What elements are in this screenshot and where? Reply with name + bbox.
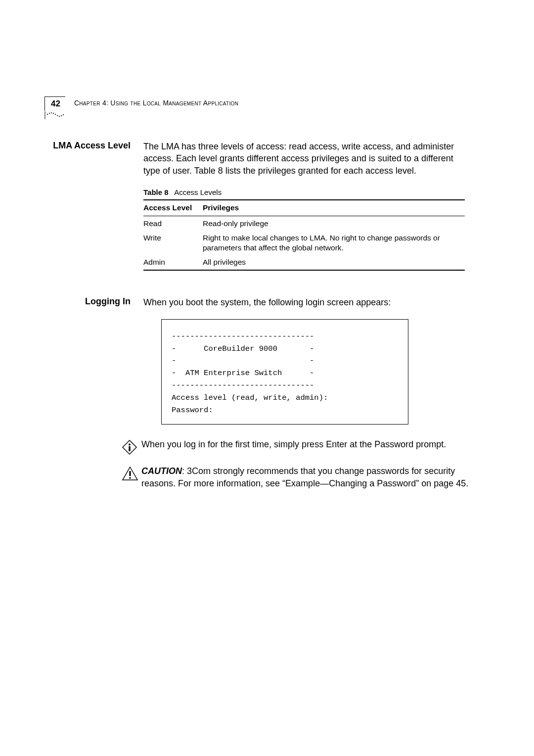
- caution-note-text: CAUTION: 3Com strongly recommends that y…: [141, 465, 470, 489]
- table-cell-priv: Read-only privilege: [203, 216, 465, 231]
- svg-point-15: [129, 477, 131, 479]
- table-caption-label: Table 8: [143, 188, 169, 196]
- page-number: 42: [44, 96, 65, 111]
- caution-label: CAUTION: [141, 466, 182, 476]
- chapter-title: Chapter 4: Using the Local Management Ap…: [74, 96, 238, 107]
- table-cell-priv: Right to make local changes to LMA. No r…: [203, 231, 465, 255]
- access-paragraph: The LMA has three levels of access: read…: [143, 141, 465, 177]
- info-icon: [122, 438, 141, 457]
- page-header: 42 Chapter 4: Using the Local Management…: [44, 96, 470, 111]
- chapter-title-text: Chapter 4: Using the Local Management Ap…: [74, 99, 238, 107]
- svg-point-7: [59, 116, 60, 117]
- table-header-priv: Privileges: [203, 200, 465, 216]
- caution-body: : 3Com strongly recommends that you chan…: [141, 466, 468, 488]
- svg-rect-14: [129, 471, 131, 476]
- svg-point-2: [49, 113, 50, 114]
- table-cell-level: Admin: [143, 255, 203, 270]
- logging-paragraph: When you boot the system, the following …: [143, 296, 465, 308]
- svg-point-1: [47, 114, 48, 115]
- info-note: When you log in for the first time, simp…: [122, 438, 470, 457]
- access-levels-table: Access Level Privileges Read Read-only p…: [143, 199, 465, 270]
- table-row: Write Right to make local changes to LMA…: [143, 231, 465, 255]
- svg-rect-12: [129, 446, 130, 451]
- table-row: Read Read-only privilege: [143, 216, 465, 231]
- table-cell-level: Write: [143, 231, 203, 255]
- section-lma-access: LMA Access Level The LMA has three level…: [44, 141, 470, 276]
- table-row: Admin All privileges: [143, 255, 465, 270]
- page-decoration-dots: [44, 111, 65, 121]
- section-label-access: LMA Access Level: [44, 141, 143, 276]
- svg-point-8: [61, 115, 62, 116]
- caution-note: CAUTION: 3Com strongly recommends that y…: [122, 465, 470, 489]
- section-label-logging: Logging In: [44, 296, 143, 430]
- table-caption-text: Access Levels: [174, 188, 222, 196]
- svg-point-4: [53, 113, 54, 114]
- section-body-access: The LMA has three levels of access: read…: [143, 141, 470, 276]
- table-header-level: Access Level: [143, 200, 203, 216]
- table-cell-priv: All privileges: [203, 255, 465, 270]
- info-note-text: When you log in for the first time, simp…: [141, 438, 470, 457]
- login-screen-code: ------------------------------- - CoreBu…: [161, 319, 408, 425]
- svg-point-9: [63, 114, 64, 115]
- svg-point-6: [57, 115, 58, 116]
- svg-point-3: [51, 112, 52, 113]
- svg-point-5: [55, 114, 56, 115]
- table-caption: Table 8 Access Levels: [143, 188, 465, 197]
- svg-point-11: [129, 444, 131, 446]
- section-body-logging: When you boot the system, the following …: [143, 296, 470, 430]
- table-cell-level: Read: [143, 216, 203, 231]
- caution-icon: [122, 465, 141, 489]
- section-logging-in: Logging In When you boot the system, the…: [44, 296, 470, 430]
